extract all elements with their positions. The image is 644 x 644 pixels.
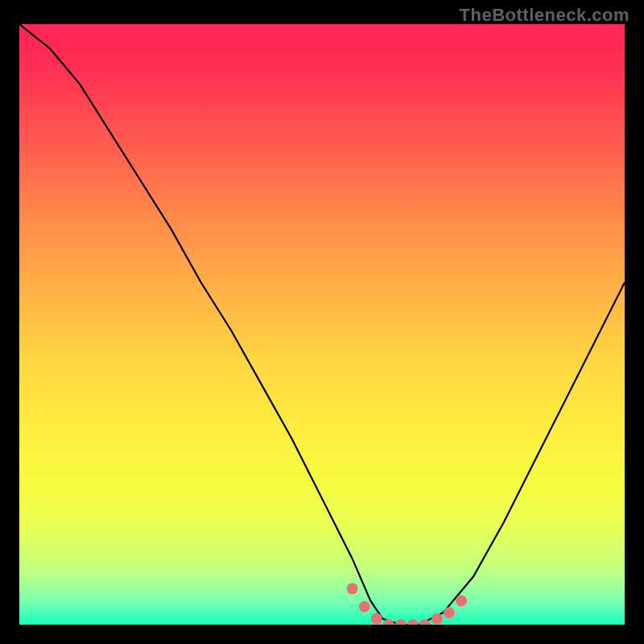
valley-dot [359,601,370,613]
valley-dot [347,583,358,594]
valley-dot [444,607,455,618]
watermark-text: TheBottleneck.com [460,5,630,26]
curve-overlay [19,24,625,625]
valley-dot [395,619,407,625]
valley-dot [407,619,419,625]
valley-dot [431,613,443,625]
valley-dot [456,595,467,606]
chart-plot-area [19,24,625,625]
valley-dot [371,613,382,625]
bottleneck-curve [19,24,625,625]
